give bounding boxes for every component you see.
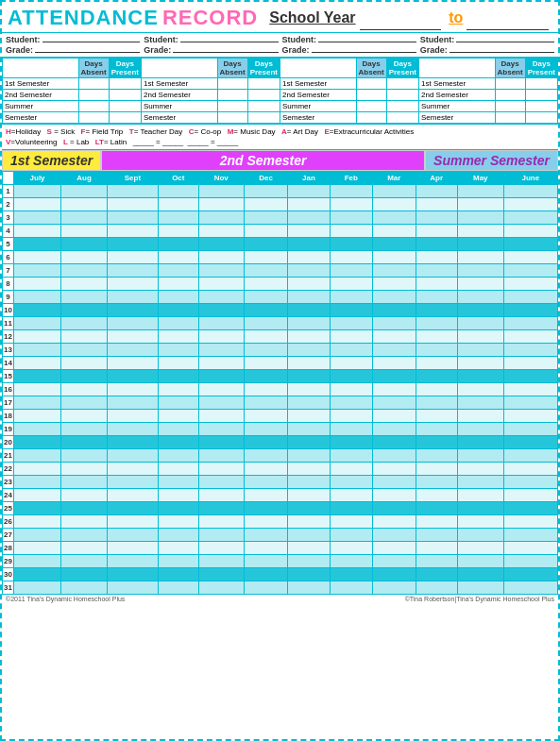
- cell-day20-month-nov: [198, 436, 244, 449]
- cell-day11-month-sept: [108, 317, 159, 330]
- cell-day4-month-june: [503, 225, 557, 238]
- cell-day1-month-jan: [288, 185, 330, 198]
- grade-line-4: [450, 52, 554, 53]
- cell-day2-month-nov: [198, 198, 244, 211]
- cell-day20-month-june: [503, 436, 557, 449]
- cell-day11-month-july: [14, 317, 61, 330]
- summary-row-3-student-1-present: [247, 112, 280, 124]
- cell-day9-month-sept: [108, 291, 159, 304]
- cell-day20-month-dec: [244, 436, 288, 449]
- row-num-26: 26: [3, 515, 14, 529]
- cell-day31-month-may: [457, 581, 503, 595]
- cell-day14-month-aug: [61, 357, 108, 370]
- row-num-1: 1: [3, 185, 14, 198]
- legend-a: A= Art Day: [281, 126, 322, 137]
- cell-day31-month-oct: [158, 581, 198, 595]
- cell-day19-month-apr: [416, 423, 457, 436]
- cell-day19-month-dec: [244, 423, 288, 436]
- cell-day29-month-july: [14, 555, 61, 568]
- cell-day10-month-feb: [330, 304, 372, 317]
- cell-day4-month-apr: [416, 225, 457, 238]
- legend-section: H=Holiday S = Sick F= Field Trip T= Teac…: [2, 125, 558, 150]
- cell-day19-month-aug: [61, 423, 108, 436]
- day-row-10: 10: [3, 304, 558, 317]
- cell-day8-month-feb: [330, 278, 372, 291]
- title-section: ATTENDANCE RECORD School Year to: [2, 2, 558, 33]
- cell-day22-month-aug: [61, 463, 108, 476]
- cell-day10-month-apr: [416, 304, 457, 317]
- cell-day20-month-jan: [288, 436, 330, 449]
- cell-day12-month-oct: [158, 330, 198, 344]
- cell-day28-month-june: [503, 542, 557, 555]
- cell-day26-month-dec: [244, 515, 288, 529]
- summary-row-0-student-2-absent: [356, 78, 386, 90]
- row-num-22: 22: [3, 463, 14, 476]
- cell-day5-month-dec: [244, 238, 288, 251]
- cell-day23-month-mar: [373, 476, 416, 489]
- cell-day28-month-july: [14, 542, 61, 555]
- student-block-2: Student: Grade:: [144, 35, 278, 55]
- day-row-18: 18: [3, 410, 558, 423]
- month-header-mar: Mar: [373, 172, 416, 185]
- row-num-14: 14: [3, 357, 14, 370]
- cell-day12-month-sept: [108, 330, 159, 344]
- summary-row-0-student-3-absent: [495, 78, 525, 90]
- cell-day30-month-apr: [416, 568, 457, 581]
- cell-day13-month-nov: [198, 344, 244, 357]
- cell-day14-month-dec: [244, 357, 288, 370]
- cell-day30-month-jan: [288, 568, 330, 581]
- cell-day30-month-may: [457, 568, 503, 581]
- cell-day7-month-mar: [373, 264, 416, 278]
- cell-day3-month-nov: [198, 211, 244, 225]
- cell-day14-month-july: [14, 357, 61, 370]
- cell-day30-month-dec: [244, 568, 288, 581]
- cell-day13-month-july: [14, 344, 61, 357]
- cell-day6-month-aug: [61, 251, 108, 264]
- day-row-27: 27: [3, 529, 558, 542]
- day-row-5: 5: [3, 238, 558, 251]
- legend-v: V=Volunteering: [6, 137, 61, 147]
- cell-day15-month-sept: [108, 370, 159, 383]
- cell-day22-month-oct: [158, 463, 198, 476]
- cell-day6-month-apr: [416, 251, 457, 264]
- cell-day10-month-june: [503, 304, 557, 317]
- day-row-15: 15: [3, 370, 558, 383]
- student-line-3: [318, 42, 416, 42]
- cell-day27-month-nov: [198, 529, 244, 542]
- cell-day7-month-nov: [198, 264, 244, 278]
- month-header-apr: Apr: [416, 172, 457, 185]
- cell-day15-month-may: [457, 370, 503, 383]
- cell-day25-month-apr: [416, 502, 457, 515]
- grade-line-2: [173, 52, 278, 53]
- cell-day30-month-nov: [198, 568, 244, 581]
- month-header-dec: Dec: [244, 172, 288, 185]
- cell-day24-month-dec: [244, 489, 288, 502]
- row-num-15: 15: [3, 370, 14, 383]
- day-row-13: 13: [3, 344, 558, 357]
- cell-day30-month-feb: [330, 568, 372, 581]
- grade-field-2: Grade:: [144, 45, 278, 55]
- summary-row-1-student-3-present: [525, 90, 557, 101]
- row-num-2: 2: [3, 198, 14, 211]
- summary-row-0-student-0-absent: [78, 78, 109, 90]
- cell-day24-month-june: [503, 489, 557, 502]
- cell-day21-month-mar: [373, 449, 416, 463]
- title-to: to: [449, 9, 463, 26]
- cell-day2-month-june: [503, 198, 557, 211]
- absent-header-1: Days Absent: [78, 59, 109, 78]
- present-header-1: Days Present: [109, 59, 141, 78]
- cell-day12-month-july: [14, 330, 61, 344]
- cell-day31-month-aug: [61, 581, 108, 595]
- cell-day13-month-may: [457, 344, 503, 357]
- cell-day29-month-dec: [244, 555, 288, 568]
- cell-day22-month-may: [457, 463, 503, 476]
- day-row-11: 11: [3, 317, 558, 330]
- cell-day6-month-may: [457, 251, 503, 264]
- summary-row-2-student-3-present: [525, 101, 557, 112]
- cell-day11-month-oct: [158, 317, 198, 330]
- cell-day13-month-sept: [108, 344, 159, 357]
- cell-day10-month-aug: [61, 304, 108, 317]
- cell-day12-month-dec: [244, 330, 288, 344]
- present-header-3: Days Present: [386, 59, 418, 78]
- summary-row-1-student-2-present: [386, 90, 418, 101]
